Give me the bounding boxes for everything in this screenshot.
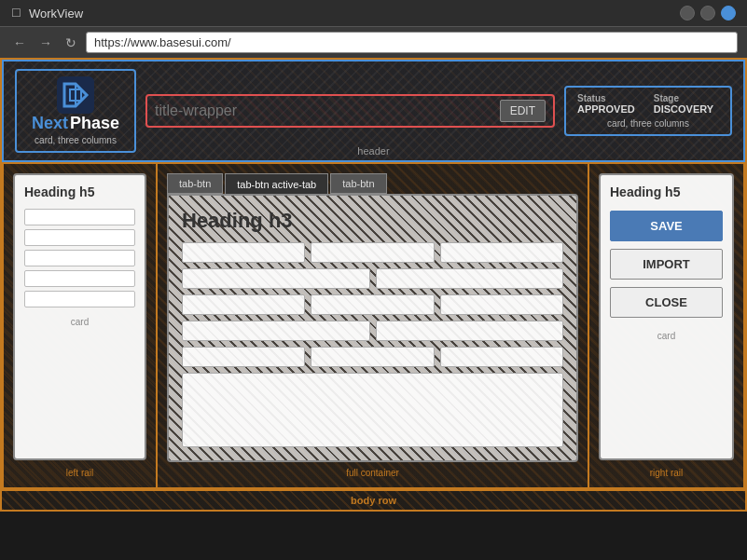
logo-icon bbox=[57, 76, 94, 114]
form-row-3 bbox=[182, 294, 563, 315]
card-right: Heading h5 SAVE IMPORT CLOSE card bbox=[599, 173, 734, 460]
status-label: Status bbox=[577, 93, 635, 103]
win-btn-1[interactable] bbox=[680, 6, 695, 20]
form-field-2[interactable] bbox=[311, 242, 434, 263]
form-field-1[interactable] bbox=[182, 242, 305, 263]
form-field-13[interactable] bbox=[440, 347, 563, 367]
textarea-field[interactable] bbox=[182, 373, 563, 447]
status-block: Status APPROVED bbox=[577, 93, 635, 115]
form-field-10[interactable] bbox=[376, 321, 564, 341]
right-heading: Heading h5 bbox=[610, 184, 723, 199]
right-rail: Heading h5 SAVE IMPORT CLOSE card right … bbox=[589, 164, 743, 487]
browser-titlebar: ☐ WorkView bbox=[0, 0, 747, 26]
tab-btn-1[interactable]: tab-btn bbox=[167, 173, 223, 194]
stage-value: DISCOVERY bbox=[654, 103, 713, 115]
form-row-5 bbox=[182, 347, 563, 367]
card-right-sub: card bbox=[610, 331, 723, 341]
left-rail: Heading h5 card left rail bbox=[4, 164, 158, 487]
header: Next Phase card, three columns EDIT Stat… bbox=[2, 60, 745, 162]
body-row: Heading h5 card left rail tab-btn tab-bt… bbox=[2, 162, 745, 489]
card-line-1 bbox=[24, 209, 135, 225]
card-left: Heading h5 card bbox=[13, 173, 146, 460]
logo-subtext: card, three columns bbox=[35, 135, 117, 145]
forward-button[interactable]: → bbox=[35, 34, 56, 52]
logo-text-first: Next bbox=[32, 114, 68, 133]
form-field-6[interactable] bbox=[182, 294, 305, 315]
form-row-4 bbox=[182, 321, 563, 341]
full-container: tab-btn tab-btn active-tab tab-btn Headi… bbox=[158, 164, 589, 487]
tab-btn-3[interactable]: tab-btn bbox=[330, 173, 386, 194]
card-line-2 bbox=[24, 229, 135, 246]
tab-btn-2[interactable]: tab-btn active-tab bbox=[225, 173, 328, 194]
form-field-12[interactable] bbox=[311, 347, 434, 367]
browser-chrome: ☐ WorkView ← → ↻ bbox=[0, 0, 747, 58]
main-card: Heading h3 bbox=[167, 194, 578, 462]
back-button[interactable]: ← bbox=[9, 34, 30, 52]
refresh-button[interactable]: ↻ bbox=[62, 34, 80, 52]
address-bar[interactable] bbox=[86, 32, 738, 53]
tabs-row: tab-btn tab-btn active-tab tab-btn bbox=[167, 173, 578, 194]
form-field-4[interactable] bbox=[182, 268, 370, 289]
card-line-5 bbox=[24, 291, 135, 307]
card-line-3 bbox=[24, 250, 135, 266]
form-field-11[interactable] bbox=[182, 347, 305, 367]
status-value: APPROVED bbox=[577, 103, 635, 115]
close-button[interactable]: CLOSE bbox=[610, 287, 723, 318]
form-field-7[interactable] bbox=[311, 294, 434, 315]
form-field-5[interactable] bbox=[376, 268, 564, 289]
stage-label: Stage bbox=[654, 93, 713, 103]
form-row-2 bbox=[182, 268, 563, 289]
main-heading: Heading h3 bbox=[182, 209, 563, 233]
title-input[interactable] bbox=[155, 102, 494, 119]
card-line-4 bbox=[24, 270, 135, 287]
app-area: Next Phase card, three columns EDIT Stat… bbox=[0, 58, 747, 512]
left-rail-label: left rail bbox=[13, 460, 146, 478]
browser-controls: ← → ↻ bbox=[0, 26, 747, 58]
header-right-sub: card, three columns bbox=[577, 118, 719, 129]
full-container-label: full container bbox=[167, 462, 578, 478]
card-left-sub: card bbox=[24, 317, 135, 327]
right-rail-label: right rail bbox=[599, 460, 734, 478]
tab-icon: ☐ bbox=[11, 7, 21, 20]
win-btn-3[interactable] bbox=[721, 6, 736, 20]
form-field-3[interactable] bbox=[440, 242, 563, 263]
win-btn-2[interactable] bbox=[700, 6, 715, 20]
import-button[interactable]: IMPORT bbox=[610, 249, 723, 280]
logo-text-second: Phase bbox=[70, 114, 119, 133]
body-row-label: body row bbox=[2, 489, 745, 510]
left-heading: Heading h5 bbox=[24, 184, 135, 199]
form-field-8[interactable] bbox=[440, 294, 563, 315]
header-label: header bbox=[357, 145, 389, 157]
form-field-9[interactable] bbox=[182, 321, 370, 341]
title-wrapper[interactable]: EDIT bbox=[145, 94, 555, 128]
save-button[interactable]: SAVE bbox=[610, 211, 723, 241]
tab-title: WorkView bbox=[29, 7, 83, 20]
logo-block: Next Phase card, three columns bbox=[15, 69, 136, 153]
form-row-1 bbox=[182, 242, 563, 263]
header-right: Status APPROVED Stage DISCOVERY card, th… bbox=[564, 86, 732, 136]
edit-button[interactable]: EDIT bbox=[500, 100, 546, 122]
stage-block: Stage DISCOVERY bbox=[654, 93, 713, 115]
